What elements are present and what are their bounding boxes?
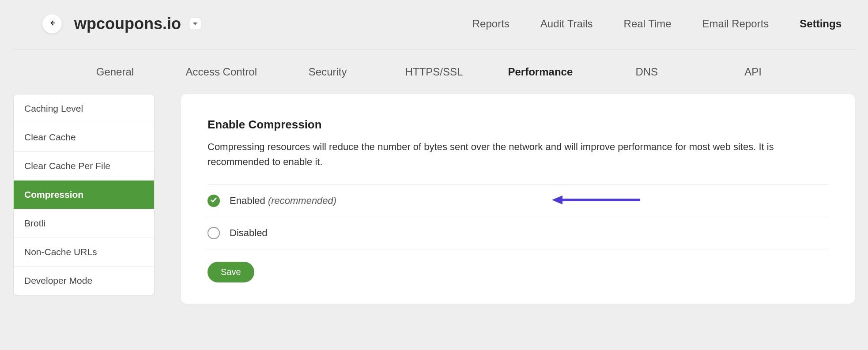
sidebar-item-non-cache-urls[interactable]: Non-Cache URLs xyxy=(14,238,154,267)
arrow-left-icon xyxy=(48,19,56,29)
save-button[interactable]: Save xyxy=(208,262,254,282)
panel-heading: Enable Compression xyxy=(208,118,828,132)
settings-tabs: General Access Control Security HTTPS/SS… xyxy=(62,50,806,94)
top-nav: Reports Audit Trails Real Time Email Rep… xyxy=(472,18,842,30)
nav-settings[interactable]: Settings xyxy=(800,18,842,30)
option-enabled-label: Enabled (recommended) xyxy=(230,195,336,207)
sidebar-item-label: Clear Cache Per File xyxy=(24,161,110,171)
radio-disabled[interactable] xyxy=(208,227,220,239)
radio-enabled[interactable] xyxy=(208,195,220,207)
sidebar-item-clear-cache[interactable]: Clear Cache xyxy=(14,123,154,152)
save-row: Save xyxy=(208,249,828,282)
sidebar-item-label: Brotli xyxy=(24,218,45,228)
panel-description: Compressing resources will reduce the nu… xyxy=(208,139,828,169)
nav-reports[interactable]: Reports xyxy=(472,18,509,30)
tab-https-ssl[interactable]: HTTPS/SSL xyxy=(381,66,487,78)
nav-audit-trails[interactable]: Audit Trails xyxy=(540,18,593,30)
sidebar-item-label: Non-Cache URLs xyxy=(24,247,97,257)
site-title: wpcoupons.io xyxy=(74,15,181,33)
tab-api[interactable]: API xyxy=(700,66,806,78)
tabs-container: General Access Control Security HTTPS/SS… xyxy=(0,50,868,94)
tab-dns[interactable]: DNS xyxy=(593,66,700,78)
sidebar-item-compression[interactable]: Compression xyxy=(14,181,154,209)
performance-sidebar: Caching Level Clear Cache Clear Cache Pe… xyxy=(13,94,155,295)
sidebar-item-label: Clear Cache xyxy=(24,132,76,142)
tab-security[interactable]: Security xyxy=(275,66,381,78)
sidebar-item-clear-cache-per-file[interactable]: Clear Cache Per File xyxy=(14,152,154,181)
body-layout: Caching Level Clear Cache Clear Cache Pe… xyxy=(0,94,868,321)
svg-marker-1 xyxy=(193,23,197,25)
svg-marker-3 xyxy=(552,196,562,204)
sidebar-item-label: Developer Mode xyxy=(24,275,92,286)
header-bar: wpcoupons.io Reports Audit Trails Real T… xyxy=(0,0,868,49)
option-disabled-row[interactable]: Disabled xyxy=(208,217,828,249)
tab-performance[interactable]: Performance xyxy=(487,66,593,78)
sidebar-item-brotli[interactable]: Brotli xyxy=(14,209,154,238)
back-button[interactable] xyxy=(42,14,62,34)
sidebar-item-developer-mode[interactable]: Developer Mode xyxy=(14,267,154,295)
option-enabled-row[interactable]: Enabled (recommended) xyxy=(208,184,828,217)
option-disabled-label: Disabled xyxy=(230,227,268,239)
annotation-arrow xyxy=(552,195,640,207)
check-icon xyxy=(210,196,217,205)
tab-access-control[interactable]: Access Control xyxy=(168,66,275,78)
option-enabled-text: Enabled xyxy=(230,195,265,206)
option-enabled-hint: (recommended) xyxy=(268,195,336,206)
chevron-down-icon xyxy=(193,20,197,28)
nav-real-time[interactable]: Real Time xyxy=(624,18,672,30)
compression-panel: Enable Compression Compressing resources… xyxy=(181,94,855,304)
sidebar-item-caching-level[interactable]: Caching Level xyxy=(14,94,154,123)
sidebar-item-label: Caching Level xyxy=(24,103,83,113)
sidebar-item-label: Compression xyxy=(24,189,83,199)
tab-general[interactable]: General xyxy=(62,66,168,78)
site-dropdown-toggle[interactable] xyxy=(189,18,201,30)
nav-email-reports[interactable]: Email Reports xyxy=(702,18,769,30)
